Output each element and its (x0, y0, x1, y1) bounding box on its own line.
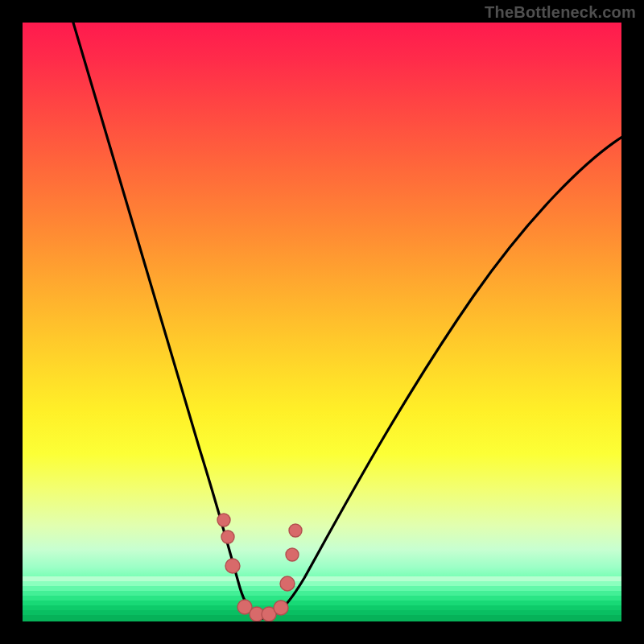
marker-point (286, 548, 299, 561)
marker-point (289, 524, 302, 537)
marker-point (221, 530, 234, 543)
marker-point (274, 601, 288, 615)
marker-group (217, 514, 302, 621)
plot-area (23, 23, 621, 621)
curve-left-branch (71, 23, 262, 618)
marker-point (280, 576, 295, 591)
marker-point (217, 514, 230, 526)
curve-svg (23, 23, 621, 621)
curve-right-branch (262, 135, 621, 618)
marker-point (225, 559, 240, 573)
watermark-text: TheBottleneck.com (485, 3, 636, 22)
chart-frame: TheBottleneck.com (0, 0, 644, 644)
